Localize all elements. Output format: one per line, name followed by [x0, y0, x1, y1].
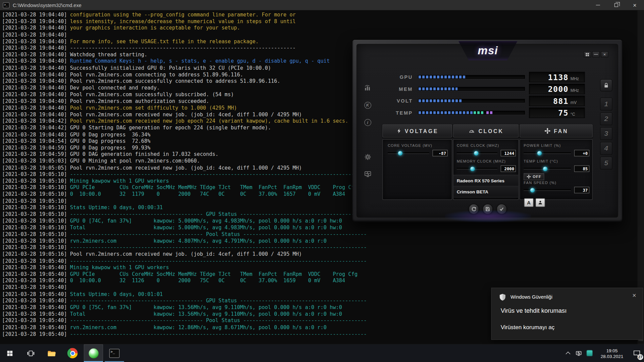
user-profile-button[interactable]: [536, 198, 545, 207]
gauge-value-box: 1138MHz: [529, 72, 585, 82]
gauge-label: MEM: [377, 86, 418, 92]
slider-label: TEMP LIMIT (°C): [524, 159, 589, 163]
slider-track[interactable]: [524, 168, 571, 170]
task-view-button[interactable]: [21, 344, 40, 362]
gauge-value-box: 881mV: [529, 96, 585, 106]
slider-track[interactable]: [457, 152, 497, 154]
chrome-button[interactable]: [63, 344, 82, 362]
terminal-line: [2021-03-28 19:05:10] rvn.2miners.com ka…: [2, 238, 644, 244]
voltage-panel: CORE VOLTAGE (MV) -87: [382, 139, 452, 200]
chrome-icon: [67, 348, 78, 358]
toast-message: Virüs ve tehdit koruması: [501, 307, 567, 314]
profile-slot-4[interactable]: 4: [600, 142, 612, 155]
action-center-button[interactable]: 27: [629, 344, 644, 362]
startup-button[interactable]: A: [524, 198, 533, 207]
terminal-line: [2021-03-28 19:05:16] Pool rvn.2miners.c…: [2, 251, 644, 258]
gauge-row-temp: TEMP75°C: [353, 107, 596, 119]
section-header-fan: FAN: [520, 124, 593, 137]
fan-icon: [544, 128, 551, 134]
profile-slots: 12345: [600, 98, 612, 169]
slider-value: 2000: [501, 165, 516, 172]
slider-thumb[interactable]: [537, 151, 542, 156]
fan-auto-state: OFF: [533, 175, 541, 179]
afterburner-close-button[interactable]: ×: [601, 51, 608, 57]
gauge-bar: [418, 111, 525, 115]
settings-gear-icon[interactable]: [362, 148, 374, 165]
afterburner-minimize-button[interactable]: [592, 51, 600, 57]
section-header-voltage: VOLTAGE: [382, 124, 452, 137]
folder-icon: [47, 349, 56, 357]
taskbar-clock[interactable]: 19:05 28.03.2021: [596, 348, 628, 359]
toast-close-button[interactable]: ×: [632, 292, 636, 299]
gauge-value: 881: [553, 97, 569, 105]
afterburner-window: msi × K i GPU1138MHzMEM2000MHzVOLT881mVT…: [352, 40, 623, 222]
lock-button[interactable]: [600, 79, 612, 92]
gauge-label: GPU: [377, 74, 418, 80]
minimize-icon: [594, 54, 598, 55]
driver-version: Crimson BETA: [453, 186, 518, 197]
apply-button[interactable]: [496, 204, 507, 215]
save-button[interactable]: [483, 204, 493, 215]
section-title: VOLTAGE: [405, 128, 438, 134]
profile-slot-1[interactable]: 1: [600, 98, 612, 110]
profile-slot-2[interactable]: 2: [600, 113, 612, 125]
slider-track[interactable]: [457, 168, 497, 170]
temp-limit-slider[interactable]: TEMP LIMIT (°C) 85: [524, 159, 589, 172]
slider-thumb[interactable]: [530, 188, 534, 192]
layout-grid-icon[interactable]: [584, 51, 591, 57]
slider-track[interactable]: [524, 189, 571, 191]
lightning-icon: [396, 128, 401, 134]
slider-label: POWER LIMIT (%): [524, 144, 589, 148]
cmd-titlebar[interactable]: >_ C:\Windows\system32\cmd.exe ×: [0, 0, 644, 10]
core-clock-slider[interactable]: CORE CLOCK (MHZ) 1244: [457, 144, 516, 157]
afterburner-action-buttons: [469, 204, 507, 215]
memory-clock-slider[interactable]: MEMORY CLOCK (MHZ) 2000: [457, 159, 516, 172]
slider-thumb[interactable]: [470, 167, 475, 171]
taskbar-apps: >_: [0, 344, 124, 362]
tray-app-icon-2[interactable]: [584, 344, 595, 362]
clock-time: 19:05: [596, 348, 628, 353]
miner-app-button[interactable]: [84, 344, 103, 362]
power-limit-slider[interactable]: POWER LIMIT (%) +0: [524, 144, 589, 157]
toast-action-link[interactable]: Virüsten korumayı aç: [501, 324, 555, 330]
fan-speed-slider[interactable]: FAN SPEED (%) 37: [524, 181, 589, 193]
profile-slot-3[interactable]: 3: [600, 127, 612, 140]
taskbar: >_ 19:05 28.03.2021 27: [0, 344, 644, 362]
slider-track[interactable]: [388, 152, 429, 154]
windows-security-toast[interactable]: Windows Güvenliği × Virüs ve tehdit koru…: [491, 288, 643, 340]
gauge-row-gpu: GPU1138MHz: [353, 71, 596, 83]
notification-badge: 27: [637, 354, 643, 360]
fan-auto-toggle[interactable]: OFF: [524, 173, 544, 180]
gauge-row-volt: VOLT881mV: [353, 95, 596, 107]
slider-thumb[interactable]: [398, 151, 402, 156]
close-button[interactable]: ×: [626, 0, 644, 10]
slider-track[interactable]: [524, 152, 571, 154]
profile-slot-5[interactable]: 5: [600, 157, 612, 170]
tray-chevron-up-icon[interactable]: [563, 344, 574, 362]
slider-value: 85: [574, 165, 589, 172]
reset-button[interactable]: [469, 204, 479, 215]
core-voltage-slider[interactable]: CORE VOLTAGE (MV) -87: [388, 144, 448, 157]
gauge-unit: °C: [571, 112, 581, 116]
slider-thumb[interactable]: [543, 167, 547, 171]
restore-button[interactable]: [607, 0, 626, 10]
minimize-button[interactable]: [589, 0, 607, 10]
gauge-icon: [468, 128, 475, 134]
clock-panel: CORE CLOCK (MHZ) 1244 MEMORY CLOCK (MHZ)…: [453, 139, 519, 200]
gauge-value: 75: [558, 109, 568, 117]
tray-app-icon-1[interactable]: [573, 344, 584, 362]
start-button[interactable]: [0, 344, 19, 362]
file-explorer-button[interactable]: [42, 344, 61, 362]
slider-value: 37: [574, 187, 589, 193]
terminal-line: [2021-03-28 19:05:10] ------------------…: [2, 244, 644, 251]
gauge-label: VOLT: [377, 98, 418, 104]
person-icon: [538, 200, 543, 205]
hardware-monitor-icon[interactable]: [362, 165, 374, 182]
check-icon: [499, 206, 504, 212]
cmd-taskbar-button[interactable]: >_: [105, 344, 124, 362]
gauge-value-box: 2000MHz: [529, 83, 585, 94]
gauge-bar: [418, 99, 525, 103]
slider-thumb[interactable]: [474, 151, 478, 156]
gauge-unit: mV: [571, 100, 581, 104]
cmd-window-title: C:\Windows\system32\cmd.exe: [13, 2, 82, 8]
